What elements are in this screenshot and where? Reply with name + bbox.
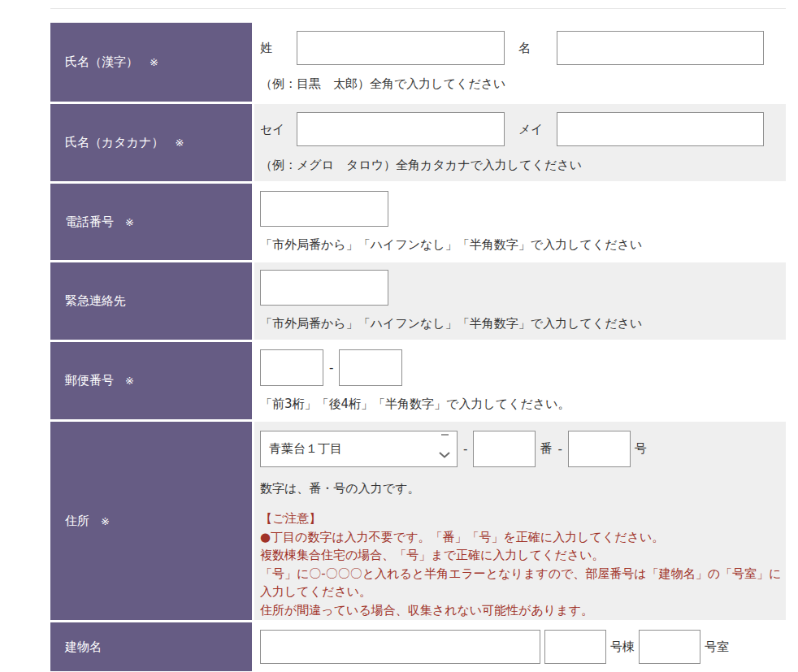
address-notice-line: 「号」に〇-〇〇〇と入れると半角エラーとなりますので、部屋番号は「建物名」の「号…	[260, 565, 786, 601]
required-mark: ※	[175, 137, 184, 149]
select-spinner-dash	[441, 434, 449, 436]
form-row-building-name: 建物名 号棟 号室	[50, 622, 786, 671]
address-notice-line: 住所が間違っている場合、収集されない可能性があります。	[260, 601, 786, 620]
form-row-name-kana: 氏名（カタカナ） ※ セイ メイ （例：メグロ タロウ）全角カタカナで入力してく…	[50, 104, 786, 181]
contact-form: 氏名（漢字） ※ 姓 名 （例：目黒 太郎）全角で入力してください 氏名（カタカ…	[50, 23, 786, 671]
name-kana-hint: （例：メグロ タロウ）全角カタカナで入力してください	[260, 157, 786, 173]
form-row-phone: 電話番号 ※ 「市外局番から」「ハイフンなし」「半角数字」で入力してください	[50, 184, 786, 260]
field-content-postal-code: - 「前3桁」「後4桁」「半角数字」で入力してください。	[254, 342, 786, 419]
field-label-building-name: 建物名	[50, 622, 252, 671]
first-name-kanji-input[interactable]	[557, 31, 764, 65]
emergency-contact-hint: 「市外局番から」「ハイフンなし」「半角数字」で入力してください	[260, 315, 786, 332]
building-name-input[interactable]	[260, 630, 540, 664]
building-number-input[interactable]	[544, 630, 606, 664]
form-row-postal-code: 郵便番号 ※ - 「前3桁」「後4桁」「半角数字」で入力してください。	[50, 342, 786, 419]
field-label-text: 郵便番号	[65, 373, 114, 388]
field-content-building-name: 号棟 号室	[254, 622, 786, 671]
field-label-text: 氏名（漢字）	[65, 54, 138, 70]
required-mark: ※	[125, 216, 134, 228]
go-input[interactable]	[568, 431, 631, 467]
postal-code-first-input[interactable]	[260, 349, 323, 386]
postal-code-hint: 「前3桁」「後4桁」「半角数字」で入力してください。	[260, 396, 786, 412]
chome-select[interactable]: 青葉台１丁目	[260, 431, 458, 467]
first-name-kana-label: メイ	[518, 122, 557, 137]
field-label-text: 氏名（カタカナ）	[65, 135, 163, 150]
address-notice: 【ご注意】 ●丁目の数字は入力不要です。「番」「号」を正確に入力してください。 …	[260, 509, 786, 619]
address-notice-line: 複数棟集合住宅の場合、「号」まで正確に入力してください。	[260, 546, 786, 565]
field-label-name-kana: 氏名（カタカナ） ※	[50, 104, 252, 181]
field-label-postal-code: 郵便番号 ※	[50, 342, 252, 419]
chevron-down-icon	[439, 447, 450, 462]
required-mark: ※	[150, 56, 158, 68]
go-label: 号	[635, 441, 647, 457]
phone-input[interactable]	[260, 191, 388, 227]
room-number-input[interactable]	[639, 630, 700, 664]
ban-input[interactable]	[473, 431, 536, 467]
last-name-kana-input[interactable]	[297, 112, 505, 146]
name-kanji-hint: （例：目黒 太郎）全角で入力してください	[260, 76, 786, 92]
postal-code-last-input[interactable]	[339, 349, 402, 386]
required-mark: ※	[125, 375, 134, 387]
field-label-name-kanji: 氏名（漢字） ※	[50, 23, 252, 102]
ban-label: 番	[540, 441, 552, 457]
field-label-phone: 電話番号 ※	[50, 184, 252, 260]
form-row-emergency-contact: 緊急連絡先 「市外局番から」「ハイフンなし」「半角数字」で入力してください	[50, 262, 786, 340]
last-name-label: 姓	[260, 41, 297, 56]
field-label-text: 緊急連絡先	[65, 293, 126, 309]
field-label-text: 建物名	[65, 639, 102, 655]
field-content-name-kana: セイ メイ （例：メグロ タロウ）全角カタカナで入力してください	[254, 104, 786, 181]
address-hint: 数字は、番・号の入力です。	[260, 480, 786, 496]
phone-hint: 「市外局番から」「ハイフンなし」「半角数字」で入力してください	[260, 236, 786, 253]
first-name-kana-input[interactable]	[557, 112, 764, 146]
field-label-emergency-contact: 緊急連絡先	[50, 262, 252, 340]
field-content-emergency-contact: 「市外局番から」「ハイフンなし」「半角数字」で入力してください	[254, 262, 786, 340]
field-content-phone: 「市外局番から」「ハイフンなし」「半角数字」で入力してください	[254, 184, 786, 260]
address-separator-1: -	[463, 442, 467, 457]
address-notice-line: ●丁目の数字は入力不要です。「番」「号」を正確に入力してください。	[260, 528, 786, 547]
building-number-label: 号棟	[610, 639, 635, 655]
address-notice-title: 【ご注意】	[260, 509, 786, 528]
field-content-name-kanji: 姓 名 （例：目黒 太郎）全角で入力してください	[254, 23, 786, 102]
form-row-address: 住所 ※ 青葉台１丁目 - 番 - 号 数字は、番・号の入力です。	[50, 422, 786, 620]
field-label-text: 電話番号	[65, 215, 114, 230]
divider	[50, 8, 786, 9]
required-mark: ※	[101, 515, 110, 527]
postal-code-separator: -	[329, 361, 333, 375]
first-name-label: 名	[518, 41, 557, 56]
field-label-address: 住所 ※	[50, 422, 252, 620]
field-content-address: 青葉台１丁目 - 番 - 号 数字は、番・号の入力です。 【ご注意】 ●丁目の数…	[254, 422, 786, 620]
form-row-name-kanji: 氏名（漢字） ※ 姓 名 （例：目黒 太郎）全角で入力してください	[50, 23, 786, 102]
emergency-contact-input[interactable]	[260, 270, 388, 306]
last-name-kana-label: セイ	[260, 122, 297, 137]
field-label-text: 住所	[65, 514, 89, 529]
last-name-kanji-input[interactable]	[297, 31, 505, 65]
chome-select-value: 青葉台１丁目	[269, 441, 342, 457]
address-separator-2: -	[557, 442, 562, 457]
room-number-label: 号室	[705, 639, 729, 655]
